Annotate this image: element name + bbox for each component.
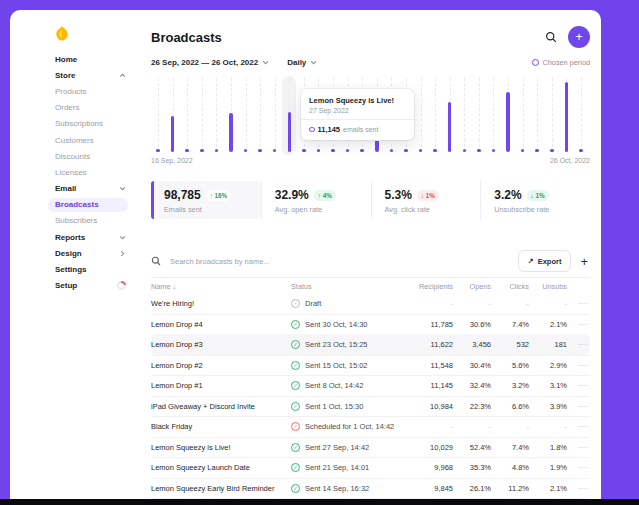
column-header-recipients[interactable]: Recipients <box>411 282 453 291</box>
chart-dot[interactable] <box>346 149 350 153</box>
table-row[interactable]: We're Hiring!✓Draft----··· <box>151 294 590 314</box>
row-actions-button[interactable]: ··· <box>567 300 590 307</box>
broadcast-status: ✓Sent 23 Oct, 15:25 <box>291 340 411 349</box>
chart-dot[interactable] <box>360 149 364 153</box>
stat-card-avg-click-rate[interactable]: 5.3%↓ 1%Avg. click rate <box>371 181 481 219</box>
sidebar-item-licenses[interactable]: Licenses <box>10 164 135 180</box>
column-header-clicks[interactable]: Clicks <box>491 282 529 291</box>
column-header-status[interactable]: Status <box>291 282 411 291</box>
cell-opens: - <box>453 422 491 431</box>
row-actions-button[interactable]: ··· <box>567 403 590 410</box>
table-row[interactable]: Lemon Drop #4✓Sent 30 Oct, 14:3011,78530… <box>151 314 590 335</box>
sidebar-item-orders[interactable]: Orders <box>10 100 135 116</box>
lemonsqueezy-logo-icon[interactable] <box>54 25 70 42</box>
chart-bar[interactable] <box>171 116 175 152</box>
chart-bar[interactable] <box>506 92 510 152</box>
sidebar-item-subscribers[interactable]: Subscribers <box>10 213 135 229</box>
sidebar-item-label: Design <box>55 249 119 258</box>
sidebar-item-reports[interactable]: Reports <box>10 229 135 245</box>
cell-recipients: 9,845 <box>411 484 453 493</box>
table-row[interactable]: Lemon Squeezy Launch Date✓Sent 21 Sep, 1… <box>151 457 590 478</box>
chart-dot[interactable] <box>477 149 481 153</box>
column-header-unsubs[interactable]: Unsubs <box>529 282 567 291</box>
broadcast-name: Lemon Squeezy Launch Date <box>151 463 291 472</box>
table-row[interactable]: Lemon Drop #3✓Sent 23 Oct, 15:2511,6223,… <box>151 334 590 355</box>
chart-dot[interactable] <box>244 149 248 153</box>
table-row[interactable]: iPad Giveaway + Discord Invite✓Sent 1 Oc… <box>151 396 590 417</box>
chart-dot[interactable] <box>185 149 189 153</box>
chart-dot[interactable] <box>200 149 204 153</box>
row-actions-button[interactable]: ··· <box>567 423 590 430</box>
chart-dot[interactable] <box>433 149 437 153</box>
create-broadcast-button[interactable]: + <box>568 26 590 48</box>
column-header-name[interactable]: Name ↓ <box>151 282 291 291</box>
chart-bar[interactable] <box>565 82 569 152</box>
chart-dot[interactable] <box>419 149 423 153</box>
chart-dot[interactable] <box>463 149 467 153</box>
chart-dot[interactable] <box>535 149 539 153</box>
row-actions-button[interactable]: ··· <box>567 382 590 389</box>
column-header-opens[interactable]: Opens <box>453 282 491 291</box>
sidebar-item-design[interactable]: Design <box>10 245 135 261</box>
chart-bar[interactable] <box>375 139 379 152</box>
date-range-select[interactable]: 26 Sep, 2022 — 26 Oct, 2022 <box>151 58 269 67</box>
chart-dot[interactable] <box>156 149 160 153</box>
row-actions-button[interactable]: ··· <box>567 464 590 471</box>
add-broadcast-button[interactable]: + <box>578 255 590 268</box>
chart-dot[interactable] <box>215 149 219 153</box>
sidebar-item-email[interactable]: Email <box>10 181 135 197</box>
chart-dot[interactable] <box>331 149 335 153</box>
sidebar-item-discounts[interactable]: Discounts <box>10 148 135 164</box>
table-row[interactable]: Lemon Squeezy Early Bird Reminder✓Sent 1… <box>151 478 590 499</box>
row-actions-button[interactable]: ··· <box>567 341 590 348</box>
stat-card-unsubscribe-rate[interactable]: 3.2%↓ 1%Unsubscribe rate <box>480 181 590 219</box>
row-actions-button[interactable]: ··· <box>567 485 590 492</box>
row-actions-button[interactable]: ··· <box>567 362 590 369</box>
chart-dot[interactable] <box>550 149 554 153</box>
search-icon[interactable] <box>545 31 557 43</box>
granularity-select[interactable]: Daily <box>287 58 317 67</box>
cell-clicks: 11.2% <box>491 484 529 493</box>
table-row[interactable]: Black Friday✓Scheduled for 1 Oct, 14:42-… <box>151 416 590 437</box>
chart-bar[interactable] <box>229 113 233 152</box>
chart-bar[interactable] <box>288 112 292 152</box>
status-text: Sent 27 Sep, 14:42 <box>305 443 369 452</box>
sidebar-item-setup[interactable]: Setup <box>10 278 135 294</box>
table-row[interactable]: Lemon Drop #1✓Sent 8 Oct, 14:4211,14532.… <box>151 375 590 396</box>
sidebar-item-customers[interactable]: Customers <box>10 132 135 148</box>
sidebar-item-products[interactable]: Products <box>10 83 135 99</box>
sidebar-item-store[interactable]: Store <box>10 67 135 83</box>
chart-dot[interactable] <box>390 149 394 153</box>
export-button[interactable]: ↗ Export <box>518 250 572 272</box>
table-row[interactable]: Lemon Squeezy is Live!✓Sent 27 Sep, 14:4… <box>151 437 590 458</box>
sidebar-item-home[interactable]: Home <box>10 51 135 67</box>
status-text: Sent 1 Oct, 15:30 <box>305 402 363 411</box>
chart-dot[interactable] <box>302 149 306 153</box>
row-actions-button[interactable]: ··· <box>567 444 590 451</box>
chart-dot[interactable] <box>492 149 496 153</box>
sidebar-item-settings[interactable]: Settings <box>10 261 135 277</box>
chart-gridline <box>421 78 422 152</box>
cell-unsubs: - <box>529 299 567 308</box>
table-row[interactable]: Lemon Drop #2✓Sent 15 Oct, 15:0211,54830… <box>151 355 590 376</box>
chart-dot[interactable] <box>273 149 277 153</box>
status-scheduled-icon: ✓ <box>291 422 300 431</box>
chart-bar[interactable] <box>448 102 452 152</box>
chart-dot[interactable] <box>521 149 525 153</box>
chevron-down-icon <box>119 185 126 192</box>
tooltip-title: Lemon Squeezy is Live! <box>309 96 406 105</box>
chart-dot[interactable] <box>317 149 321 153</box>
stat-card-avg-open-rate[interactable]: 32.9%↑ 4%Avg. open rate <box>261 181 371 219</box>
broadcast-status: ✓Sent 21 Sep, 14:01 <box>291 463 411 472</box>
sidebar-item-broadcasts[interactable]: Broadcasts <box>10 197 135 213</box>
sidebar-item-subscriptions[interactable]: Subscriptions <box>10 116 135 132</box>
stat-card-emails-sent[interactable]: 98,785↑ 16%Emails sent <box>151 181 261 219</box>
chart-dot[interactable] <box>258 149 262 153</box>
chart-dot[interactable] <box>404 149 408 153</box>
broadcast-search-input[interactable] <box>168 256 511 267</box>
broadcast-name: Lemon Squeezy is Live! <box>151 443 291 452</box>
broadcast-name: Lemon Drop #1 <box>151 381 291 390</box>
chart-dot[interactable] <box>579 149 583 153</box>
row-actions-button[interactable]: ··· <box>567 321 590 328</box>
emails-sent-chart[interactable]: Lemon Squeezy is Live! 27 Sep 2022 11,14… <box>151 78 590 152</box>
